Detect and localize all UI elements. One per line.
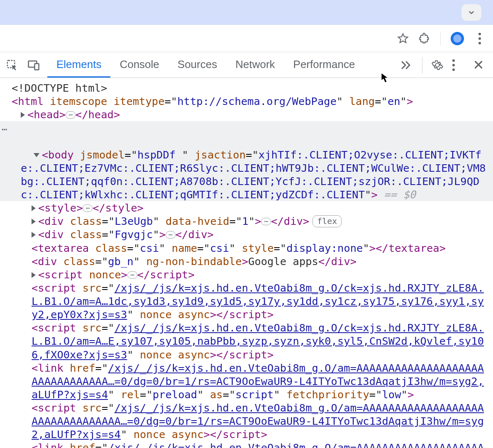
gear-icon [432,59,443,71]
dom-div-gbn[interactable]: <div class="gb_n" ng-non-bindable>Google… [0,255,493,268]
dom-html-open[interactable]: <html itemscope itemtype="http://schema.… [0,95,493,108]
devtools-menu-button[interactable] [452,59,464,71]
flex-badge[interactable]: flex [312,215,342,227]
expand-arrow-icon[interactable] [32,272,36,278]
dom-script-nonce[interactable]: <script nonce>⋯</script> [0,268,493,281]
tab-console[interactable]: Console [110,52,168,78]
inspect-element-icon[interactable] [6,59,18,71]
tabs-dropdown-button[interactable] [461,4,481,21]
expand-arrow-icon[interactable] [32,219,36,224]
more-tabs-button[interactable] [400,60,413,70]
close-icon [473,59,484,70]
close-devtools-button[interactable] [473,59,485,71]
ellipsis-icon[interactable]: ⋯ [83,205,93,212]
selection-dots-icon: ⋯ [2,124,6,135]
toolbar-divider [440,32,441,46]
expand-arrow-icon[interactable] [32,232,36,238]
ellipsis-icon[interactable]: ⋯ [66,111,76,119]
dots-vertical-icon [452,59,464,71]
dom-body-selected[interactable]: ⋯ <body jsmodel="hspDDf " jsaction="xjhT… [0,121,493,201]
browser-tab-strip [0,0,493,25]
extensions-icon[interactable] [419,33,430,44]
bookmark-star-icon[interactable] [397,33,409,44]
tab-performance[interactable]: Performance [284,52,364,78]
expand-arrow-open-icon[interactable] [34,153,39,157]
dom-div-L3eUgb[interactable]: <div class="L3eUgb" data-hveid="1">⋯</di… [0,214,493,228]
profile-avatar[interactable] [451,32,464,45]
expand-arrow-icon[interactable] [21,112,25,118]
dom-style[interactable]: <style>⋯</style> [0,201,493,214]
dom-doctype[interactable]: <!DOCTYPE html> [0,81,493,95]
dom-textarea-csi[interactable]: <textarea class="csi" name="csi" style="… [0,241,493,255]
toolbar-divider [422,57,422,73]
browser-toolbar [0,25,493,52]
double-chevron-right-icon [400,60,413,70]
ellipsis-icon[interactable]: ⋯ [166,231,176,239]
expand-arrow-icon[interactable] [32,205,36,211]
dom-script-src-1[interactable]: <script src="/xjs/_/js/k=xjs.hd.en.VteOa… [0,281,493,321]
svg-rect-2 [35,63,39,70]
devtools-tabs: Elements Console Sources Network Perform… [47,52,364,78]
dom-div-Fgvgjc[interactable]: <div class="Fgvgjc">⋯</div> [0,228,493,241]
device-toolbar-icon[interactable] [27,59,40,71]
chevron-down-icon [467,8,476,17]
devtools-toolbar: Elements Console Sources Network Perform… [0,52,493,78]
browser-menu-button[interactable] [474,33,486,44]
dom-head[interactable]: <head>⋯</head> [0,108,493,121]
tab-sources[interactable]: Sources [168,52,226,78]
dom-link-1[interactable]: <link href="/xjs/_/js/k=xjs.hd.en.VteOab… [0,361,493,401]
dom-script-src-3[interactable]: <script src="/xjs/_/js/k=xjs.hd.en.VteOa… [0,401,493,441]
ellipsis-icon[interactable]: ⋯ [261,218,271,225]
tab-network[interactable]: Network [226,52,284,78]
elements-dom-tree[interactable]: <!DOCTYPE html> <html itemscope itemtype… [0,78,493,448]
dom-link-2[interactable]: <link href="/xjs/_/js/k=xjs.hd.en.VteOab… [0,441,493,448]
ellipsis-icon[interactable]: ⋯ [127,271,137,279]
dots-vertical-icon [478,33,481,44]
dom-script-src-2[interactable]: <script src="/xjs/_/js/k=xjs.hd.en.VteOa… [0,321,493,361]
tab-elements[interactable]: Elements [47,52,110,78]
settings-button[interactable] [432,59,443,71]
